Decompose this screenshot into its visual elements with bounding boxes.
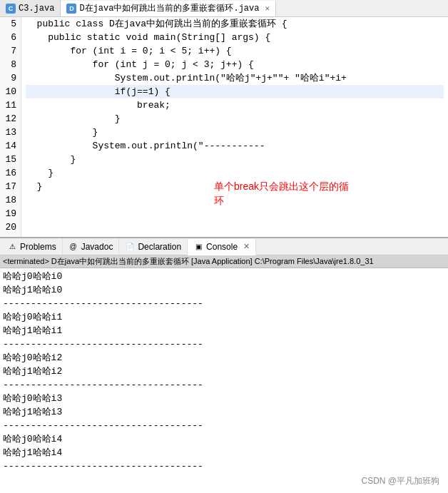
console-line: 哈哈j1哈哈i4 [3, 446, 445, 459]
tab-declaration[interactable]: 📄 Declaration [119, 238, 188, 255]
console-line: 哈哈j0哈哈i1 [3, 310, 445, 324]
console-line: 哈哈j1哈哈i0 [3, 283, 445, 297]
tab-problems-label: Problems [20, 242, 56, 252]
tab-d-label: D在java中如何跳出当前的多重嵌套循环.java [79, 2, 259, 14]
console-line: ------------------------------------ [3, 297, 445, 310]
tab-problems[interactable]: ⚠ Problems [1, 238, 63, 255]
code-editor: 567891011121314151617181920 public class… [0, 17, 448, 238]
tab-console-label: Console [206, 242, 238, 252]
console-line: ------------------------------------ [3, 378, 445, 392]
tab-console[interactable]: ▣ Console ✕ [188, 239, 256, 255]
code-line-10: for (int j = 0; j < 3; j++) { [26, 58, 444, 71]
console-close[interactable]: ✕ [243, 242, 250, 251]
javadoc-icon: @ [68, 242, 78, 252]
console-line: 哈哈j1哈哈i1 [3, 324, 445, 337]
console-line: ------------------------------------ [3, 337, 445, 351]
tab-javadoc-label: Javadoc [81, 242, 113, 252]
code-line-19: } [26, 166, 444, 180]
code-line-16: } [26, 126, 444, 139]
code-content[interactable]: public class D在java中如何跳出当前的多重嵌套循环 { publ… [21, 17, 448, 237]
console-icon: ▣ [193, 242, 203, 252]
console-line: 哈哈j1哈哈i3 [3, 405, 445, 419]
tab-d[interactable]: D D在java中如何跳出当前的多重嵌套循环.java ✕ [61, 1, 276, 17]
console-line: 哈哈j0哈哈i3 [3, 392, 445, 405]
code-line-14: break; [26, 98, 444, 112]
line-numbers: 567891011121314151617181920 [0, 17, 21, 237]
tab-c3-label: C3.java [19, 4, 54, 14]
code-line-20: } [26, 180, 444, 193]
console-status-text: <terminated> D在java中如何跳出当前的多重嵌套循环 [Java … [3, 257, 374, 265]
bottom-panel: ⚠ Problems @ Javadoc 📄 Declaration ▣ Con… [0, 238, 448, 493]
watermark: CSDN @平凡加班狗 [361, 475, 439, 487]
code-line-17: System.out.println("----------- [26, 139, 444, 153]
code-line-13: if(j==1) { [26, 85, 444, 98]
tab-javadoc[interactable]: @ Javadoc [63, 238, 120, 255]
tab-declaration-label: Declaration [138, 242, 181, 252]
code-line-7: public static void main(String[] args) { [26, 31, 444, 44]
d-file-icon: D [66, 4, 76, 14]
code-line-18: } [26, 153, 444, 166]
console-line: 哈哈j0哈哈i4 [3, 432, 445, 446]
console-output[interactable]: 哈哈j0哈哈i0哈哈j1哈哈i0------------------------… [0, 268, 448, 474]
console-line: ------------------------------------ [3, 459, 445, 473]
tab-c3[interactable]: C C3.java [0, 0, 61, 16]
console-line: 哈哈j0哈哈i0 [3, 270, 445, 283]
code-line-15: } [26, 112, 444, 126]
bottom-tab-bar: ⚠ Problems @ Javadoc 📄 Declaration ▣ Con… [0, 238, 448, 255]
tab-d-close[interactable]: ✕ [265, 4, 270, 13]
code-line-5: public class D在java中如何跳出当前的多重嵌套循环 { [26, 17, 444, 31]
c3-file-icon: C [6, 4, 16, 14]
console-line: 哈哈j1哈哈i2 [3, 365, 445, 378]
console-line: 哈哈j0哈哈i2 [3, 351, 445, 365]
declaration-icon: 📄 [125, 242, 135, 252]
console-status: <terminated> D在java中如何跳出当前的多重嵌套循环 [Java … [0, 255, 448, 268]
code-line-11: System.out.println("哈哈j"+j+""+ "哈哈i"+i+ [26, 71, 444, 85]
editor-tab-bar: C C3.java D D在java中如何跳出当前的多重嵌套循环.java ✕ [0, 0, 448, 17]
problems-icon: ⚠ [7, 242, 17, 252]
console-line: ------------------------------------ [3, 419, 445, 432]
code-line-9: for (int i = 0; i < 5; i++) { [26, 44, 444, 58]
